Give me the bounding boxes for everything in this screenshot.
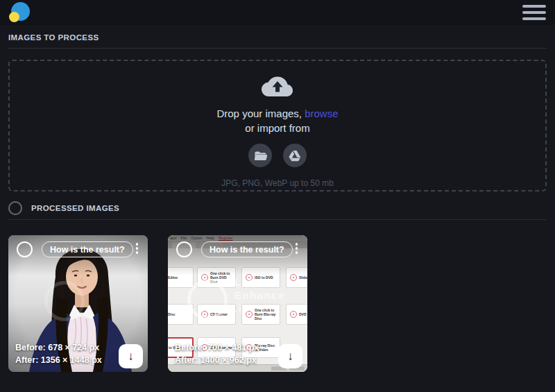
card-menu-icon[interactable] <box>292 241 302 256</box>
section-title-images-to-process: IMAGES TO PROCESS <box>8 33 547 42</box>
google-drive-icon <box>288 150 302 162</box>
select-all-checkbox[interactable] <box>8 201 22 215</box>
import-google-drive-button[interactable] <box>283 144 307 167</box>
after-dimensions: After: 1400 × 962 px <box>175 354 259 367</box>
software-tile: One click to Burn Blu-ray Disc <box>241 304 280 325</box>
hamburger-menu-icon[interactable] <box>522 2 546 23</box>
software-tile: Disc <box>168 304 194 325</box>
download-button[interactable]: ↓ <box>278 344 302 368</box>
before-dimensions: Before: 700 × 481 px <box>175 341 259 355</box>
processed-card-screenshot[interactable]: atorFileOptionHelpRegister EditorOne cli… <box>168 235 307 372</box>
feedback-button[interactable]: How is the result? <box>42 241 133 257</box>
card-menu-icon[interactable] <box>133 241 142 256</box>
download-arrow-icon: ↓ <box>128 350 134 364</box>
after-dimensions: After: 1356 × 1448 px <box>15 354 102 367</box>
processed-card-portrait[interactable]: How is the result? Before: 678 × 724 px … <box>8 235 148 372</box>
import-from-text: or import from <box>245 122 309 134</box>
drop-text: Drop your images, <box>216 108 302 119</box>
app-logo[interactable] <box>9 1 31 24</box>
accepted-formats-note: JPG, PNG, WebP up to 50 mb <box>221 178 334 188</box>
upload-dropzone[interactable]: Drop your images, browse or import from … <box>8 60 547 191</box>
browse-link[interactable]: browse <box>305 108 338 119</box>
section-title-processed-images: PROCESSED IMAGES <box>31 204 119 212</box>
card-checkbox[interactable] <box>17 241 33 257</box>
top-bar <box>0 0 555 25</box>
logo-yellow-circle <box>9 12 19 22</box>
download-arrow-icon: ↓ <box>287 350 293 364</box>
dimensions-info: Before: 700 × 481 px After: 1400 × 962 p… <box>175 341 259 368</box>
drop-instruction: Drop your images, browse <box>216 108 338 119</box>
download-button[interactable]: ↓ <box>119 344 143 368</box>
feedback-button[interactable]: How is the result? <box>201 241 293 257</box>
software-tile: CD Burner <box>197 304 236 325</box>
cloud-upload-icon <box>261 76 294 99</box>
before-dimensions: Before: 678 × 724 px <box>15 341 102 355</box>
section-divider <box>8 219 547 220</box>
import-local-files-button[interactable] <box>248 144 272 167</box>
software-tile: DVD to <box>286 304 307 325</box>
dimensions-info: Before: 678 × 724 px After: 1356 × 1448 … <box>15 341 102 368</box>
section-divider <box>8 48 547 49</box>
card-checkbox[interactable] <box>176 241 192 257</box>
folder-icon <box>254 151 267 161</box>
